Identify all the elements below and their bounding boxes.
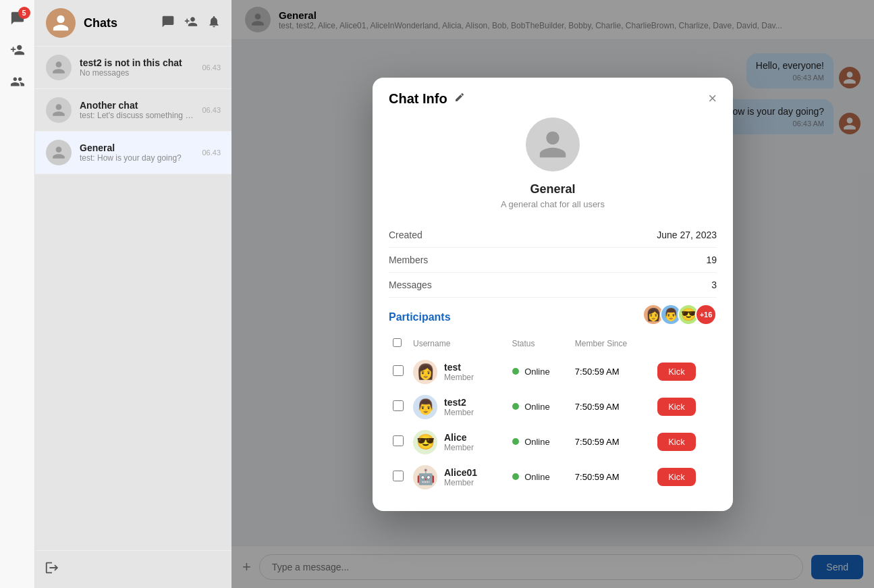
row-checkbox-test2[interactable]	[393, 400, 404, 411]
username-alice01: Alice01	[444, 467, 477, 478]
row-checkbox-alice[interactable]	[393, 435, 404, 446]
username-test: test	[444, 362, 474, 373]
status-text-test: Online	[524, 367, 550, 377]
kick-button-test[interactable]: Kick	[657, 363, 696, 381]
username-alice: Alice	[444, 432, 474, 443]
chat-name-general: General	[80, 142, 194, 153]
status-dot-test	[512, 368, 519, 375]
status-text-alice01: Online	[524, 472, 550, 482]
user-avatar-test: 👩	[413, 360, 437, 384]
row-user-test2: 👨 test2 Member	[409, 390, 508, 425]
row-kick-test2: Kick	[653, 390, 717, 425]
chat-list: test2 is not in this chat No messages 06…	[35, 47, 231, 550]
chat-time-general: 06.43	[202, 149, 221, 157]
row-check-alice01	[389, 460, 409, 495]
kick-button-test2[interactable]: Kick	[657, 398, 696, 416]
modal-overlay: Chat Info × General A general chat for a…	[231, 0, 874, 588]
info-value-messages: 3	[711, 279, 717, 290]
row-user-test: 👩 test Member	[409, 354, 508, 390]
row-status-test: Online	[508, 354, 571, 390]
table-row: 😎 Alice Member Online	[389, 425, 717, 460]
row-since-test: 7:50:59 AM	[571, 354, 653, 390]
icon-sidebar: 5	[0, 0, 35, 588]
row-since-alice: 7:50:59 AM	[571, 425, 653, 460]
info-value-created: June 27, 2023	[657, 230, 717, 240]
user-avatar-test2: 👨	[413, 395, 437, 419]
chat-item-another[interactable]: Another chat test: Let's discuss somethi…	[35, 89, 231, 132]
row-check-test	[389, 354, 409, 390]
row-status-alice: Online	[508, 425, 571, 460]
th-check	[389, 333, 409, 354]
th-status: Status	[508, 333, 571, 354]
kick-button-alice01[interactable]: Kick	[657, 468, 696, 486]
modal-avatar-circle	[526, 117, 580, 171]
user-avatar	[46, 8, 76, 38]
th-username: Username	[409, 333, 508, 354]
row-kick-alice01: Kick	[653, 460, 717, 495]
chat-sidebar: Chats test2 is not in this chat	[35, 0, 231, 588]
user-role-test: Member	[444, 373, 474, 382]
status-text-test2: Online	[524, 402, 550, 412]
th-action	[653, 333, 717, 354]
row-since-alice01: 7:50:59 AM	[571, 460, 653, 495]
modal-title: Chat Info	[389, 91, 465, 107]
chat-avatar-general	[46, 140, 72, 165]
info-row-members: Members 19	[389, 248, 717, 273]
status-dot-test2	[512, 403, 519, 410]
chat-preview-general: test: How is your day going?	[80, 153, 194, 163]
modal-avatar	[389, 117, 717, 171]
row-status-alice01: Online	[508, 460, 571, 495]
edit-icon[interactable]	[454, 92, 465, 105]
chat-info-another: Another chat test: Let's discuss somethi…	[80, 100, 194, 120]
table-row: 👩 test Member Online	[389, 354, 717, 390]
sidebar-action-icons	[161, 15, 221, 32]
chat-avatar-test2	[46, 55, 72, 80]
add-user-icon-button[interactable]	[10, 43, 25, 61]
participants-section-title: Participants	[389, 311, 451, 323]
group-icon-button[interactable]	[10, 74, 25, 92]
logout-button[interactable]	[45, 560, 59, 579]
info-label-created: Created	[389, 230, 422, 240]
left-panel: 5 Chats	[0, 0, 231, 588]
chat-preview-test2: No messages	[80, 68, 194, 78]
row-since-test2: 7:50:59 AM	[571, 390, 653, 425]
row-checkbox-alice01[interactable]	[393, 471, 404, 481]
user-role-test2: Member	[444, 408, 474, 417]
row-user-alice: 😎 Alice Member	[409, 425, 508, 460]
chat-time-test2: 06.43	[202, 63, 221, 72]
modal-body: General A general chat for all users Cre…	[373, 117, 733, 511]
more-participants-badge: +16	[695, 304, 717, 325]
user-role-alice: Member	[444, 443, 474, 452]
main-area: General test, test2, Alice, Alice01, Ali…	[231, 0, 874, 588]
notifications-icon[interactable]	[207, 15, 221, 32]
status-dot-alice	[512, 438, 519, 445]
add-contact-icon[interactable]	[184, 15, 198, 32]
participant-avatars-row: 👩 👨 😎 +16	[643, 304, 717, 325]
chat-badge: 5	[18, 7, 30, 19]
chat-name-another: Another chat	[80, 100, 194, 111]
chat-icon-button[interactable]: 5	[10, 11, 25, 29]
row-kick-alice: Kick	[653, 425, 717, 460]
select-all-checkbox[interactable]	[393, 338, 402, 347]
chat-info-test2: test2 is not in this chat No messages	[80, 57, 194, 78]
sidebar-header: Chats	[35, 0, 231, 47]
compose-icon[interactable]	[161, 15, 175, 32]
username-test2: test2	[444, 397, 474, 408]
modal-group-desc: A general chat for all users	[389, 199, 717, 209]
user-avatar-alice01: 🤖	[413, 465, 437, 489]
row-checkbox-test[interactable]	[393, 365, 404, 376]
info-row-created: Created June 27, 2023	[389, 223, 717, 248]
participants-header: Participants 👩 👨 😎 +16	[389, 298, 717, 331]
chat-item-test2[interactable]: test2 is not in this chat No messages 06…	[35, 47, 231, 89]
row-check-test2	[389, 390, 409, 425]
chat-preview-another: test: Let's discuss something in...	[80, 111, 194, 120]
chat-info-general: General test: How is your day going?	[80, 142, 194, 163]
sidebar-title: Chats	[84, 16, 153, 30]
close-modal-button[interactable]: ×	[708, 91, 717, 106]
kick-button-alice[interactable]: Kick	[657, 433, 696, 451]
chat-item-general[interactable]: General test: How is your day going? 06.…	[35, 132, 231, 174]
modal-header: Chat Info ×	[373, 78, 733, 117]
chat-name-test2: test2 is not in this chat	[80, 57, 194, 68]
status-dot-alice01	[512, 473, 519, 480]
info-value-members: 19	[706, 255, 717, 265]
